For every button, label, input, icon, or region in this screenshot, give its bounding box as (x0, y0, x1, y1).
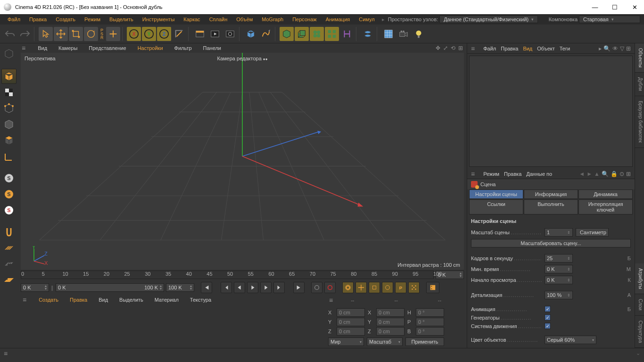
vp-menu-view[interactable]: Вид (35, 44, 50, 52)
mat-menu-edit[interactable]: Правка (67, 296, 90, 304)
prev-frame-button[interactable] (234, 282, 245, 293)
om-menu-view[interactable]: Вид (523, 46, 532, 51)
rot-h-field[interactable]: 0 ° (416, 308, 444, 317)
rtab-objects[interactable]: Объекты (635, 43, 644, 73)
menu-mesh[interactable]: Каркас (180, 16, 204, 23)
rotate-tool[interactable] (84, 27, 98, 41)
menu-character[interactable]: Персонаж (289, 16, 320, 23)
om-filter-icon[interactable]: ▽ (620, 45, 624, 52)
mat-menu-create[interactable]: Создать (36, 296, 61, 304)
field-button[interactable] (340, 27, 354, 41)
current-frame-field[interactable]: 0 K▴▾ (21, 283, 49, 292)
deformer-button[interactable] (361, 27, 375, 41)
axis-mode-button[interactable] (1, 149, 17, 164)
menu-mode[interactable]: Режим (81, 16, 104, 23)
generators-checkbox[interactable]: ✓ (545, 314, 551, 321)
edge-mode-button[interactable] (1, 117, 17, 132)
key-rot-button[interactable] (382, 282, 393, 293)
vp-menu-filter[interactable]: Фильтр (172, 44, 195, 52)
rot-b-field[interactable]: 0 ° (416, 327, 444, 336)
am-menu-mode[interactable]: Режим (483, 171, 499, 177)
cube-primitive-button[interactable] (244, 27, 258, 41)
viewport-3d[interactable]: Перспектива Камера редактора ●● Интервал… (21, 53, 464, 270)
preview-start-field[interactable]: 0 K⇕ (545, 276, 573, 284)
close-button[interactable]: ✕ (629, 4, 640, 11)
range-start-field[interactable]: 0 K100 K▴▾ (56, 283, 164, 292)
detail-field[interactable]: 100 %⇕ (545, 291, 573, 299)
am-back-icon[interactable]: ◄ (579, 171, 585, 177)
last-tool[interactable] (106, 27, 120, 41)
next-key-button[interactable] (273, 282, 285, 293)
rtab-layers[interactable]: Слои (635, 294, 644, 315)
hamburger-icon[interactable]: ≡ (329, 296, 333, 304)
prev-key-button[interactable] (221, 282, 232, 293)
om-expand-icon[interactable]: ▸ (599, 45, 602, 52)
menu-select[interactable]: Выделить (106, 16, 137, 23)
key-selection-button[interactable] (342, 282, 354, 293)
scene-scale-field[interactable]: 1⇕ (545, 228, 573, 237)
key-scale-button[interactable] (369, 282, 380, 293)
move-tool[interactable] (54, 27, 68, 41)
object-color-dropdown[interactable]: Серый 60%▾ (545, 336, 596, 344)
hamburger-icon[interactable]: ≡ (22, 44, 25, 52)
vp-nav-icon-2[interactable]: ⤢ (443, 45, 448, 51)
key-pla-button[interactable] (408, 282, 420, 293)
psr-label[interactable]: PSR (99, 27, 105, 41)
am-menu-edit[interactable]: Правка (504, 171, 521, 177)
om-eye-icon[interactable]: 👁 (612, 45, 618, 52)
rot-p-field[interactable]: 0 ° (416, 318, 444, 326)
tab-key-interp[interactable]: Интерполяция ключей (578, 199, 633, 214)
pos-x-field[interactable]: 0 cm (337, 308, 365, 317)
autokey-button[interactable] (324, 282, 336, 293)
rtab-library[interactable]: Браузер библиотек (635, 96, 644, 148)
om-menu-tags[interactable]: Теги (560, 46, 570, 51)
undo-button[interactable] (3, 27, 17, 41)
extrude-button[interactable] (295, 27, 309, 41)
size-x-field[interactable]: 0 cm (376, 308, 405, 317)
viewport-solo-off-button[interactable]: S (1, 187, 17, 202)
y-axis-lock[interactable]: Y (142, 27, 156, 41)
menu-simulate[interactable]: Симул (355, 16, 378, 23)
vp-nav-icon-4[interactable]: ⊞ (458, 45, 463, 51)
rtab-takes[interactable]: Дубли (635, 73, 644, 96)
z-axis-lock[interactable]: Z (157, 27, 171, 41)
render-settings-button[interactable] (223, 27, 237, 41)
am-lock-icon[interactable]: 🔒 (611, 171, 618, 177)
menu-file[interactable]: Файл (4, 16, 24, 23)
camera-button[interactable] (396, 27, 411, 41)
vp-nav-icon-1[interactable]: ✥ (436, 45, 440, 51)
menu-animation[interactable]: Анимация (322, 16, 354, 23)
point-mode-button[interactable] (1, 101, 17, 116)
record-button[interactable] (311, 282, 322, 293)
nodespace-dropdown[interactable]: Данное (Стандартный/Физический) (439, 16, 538, 23)
x-axis-lock[interactable]: X (127, 27, 141, 41)
motion-checkbox[interactable]: ✓ (545, 323, 551, 329)
planar-workplane-button[interactable] (1, 272, 17, 288)
play-button[interactable] (247, 282, 258, 293)
next-frame-button[interactable] (260, 282, 272, 293)
am-new-icon[interactable]: ⊙ (619, 171, 624, 177)
timeline-options-button[interactable] (426, 282, 439, 293)
hamburger-icon[interactable]: ≡ (471, 45, 475, 52)
select-tool[interactable] (39, 27, 53, 41)
vp-menu-panel[interactable]: Панели (200, 44, 224, 52)
coord-scale-dropdown[interactable]: Масштаб▾ (367, 337, 403, 346)
coord-world-dropdown[interactable]: Мир▾ (328, 337, 364, 346)
rtab-attributes[interactable]: Атрибуты (635, 263, 644, 294)
pos-z-field[interactable]: 0 cm (337, 327, 365, 336)
object-manager-tree[interactable] (469, 56, 633, 167)
coord-apply-button[interactable]: Применить (405, 337, 444, 346)
viewport-solo-single-button[interactable]: S (1, 203, 17, 218)
om-menu-file[interactable]: Файл (483, 46, 496, 51)
minimize-button[interactable]: — (589, 4, 601, 11)
am-fwd-icon[interactable]: ► (586, 171, 592, 177)
scene-unit-dropdown[interactable]: Сантиметр (576, 228, 609, 237)
spline-button[interactable] (259, 27, 273, 41)
layout-dropdown[interactable]: Стартовая (579, 16, 640, 23)
key-param-button[interactable]: P (395, 282, 406, 293)
polygon-mode-button[interactable] (1, 133, 17, 148)
scale-tool[interactable] (69, 27, 83, 41)
tab-dynamics[interactable]: Динамика (578, 189, 633, 199)
mat-menu-material[interactable]: Материал (152, 296, 182, 304)
tab-execute[interactable]: Выполнить (524, 199, 578, 214)
